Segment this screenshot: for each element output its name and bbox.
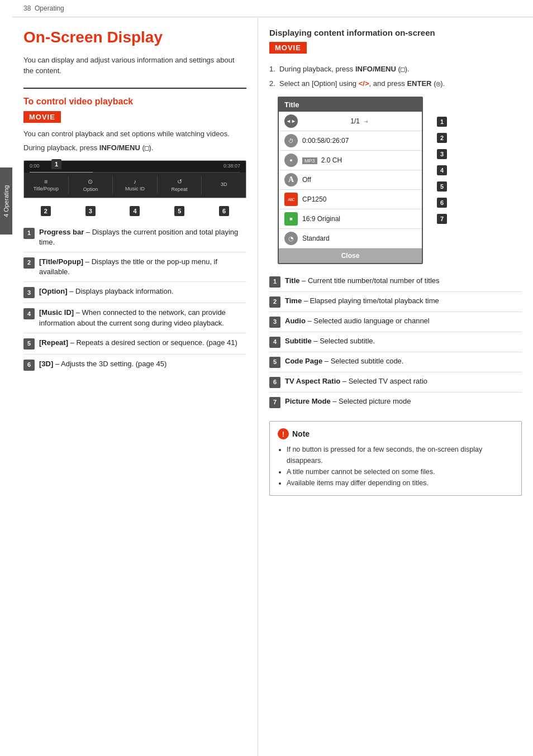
repeat-btn[interactable]: ↺ Repeat [158, 176, 202, 194]
time-left: 0:00 [30, 163, 40, 169]
note-title: Note [292, 429, 310, 438]
info-num-2: 2 [269, 296, 280, 308]
diagram-num-3: 3 [85, 206, 96, 216]
left-section-text-2: During playback, press INFO/MENU (□). [23, 142, 246, 154]
3d-btn[interactable]: 3D [202, 179, 246, 190]
popup-row-7: ◔ Standard [279, 229, 422, 248]
left-column: On-Screen Display You can display and ad… [12, 17, 258, 756]
left-section-text-1: You can control playback and set options… [23, 128, 246, 140]
info-item-6: 6 TV Aspect Ratio – Selected TV aspect r… [269, 372, 522, 393]
feature-item-4: 4 [Music ID] – When connected to the net… [23, 303, 246, 333]
feature-num-3: 3 [23, 287, 35, 298]
feature-num-2: 2 [23, 257, 35, 269]
note-header: ! Note [278, 428, 513, 439]
popup-header: Title [279, 98, 422, 112]
feature-item-5: 5 [Repeat] – Repeats a desired section o… [23, 333, 246, 355]
info-item-5: 5 Code Page – Selected subtitle code. [269, 352, 522, 372]
info-item-4: 4 Subtitle – Selected subtitle. [269, 332, 522, 352]
popup-mockup: Title ◄► 1/1 ➜ ⏱ 0:00:58/0:26:07 ● MP3 2… [278, 97, 423, 264]
info-item-7: 7 Picture Mode – Selected picture mode [269, 393, 522, 412]
feature-num-4: 4 [23, 308, 35, 319]
side-operating-tab: 4 Operating [0, 168, 12, 235]
feature-item-3: 3 [Option] – Displays playback informati… [23, 282, 246, 303]
music-id-btn[interactable]: ♪ Music ID [113, 176, 158, 194]
popup-callout-7: 7 [437, 214, 447, 224]
movie-badge-left: MOVIE [23, 111, 61, 123]
diagram-num-2: 2 [41, 206, 51, 216]
popup-callout-6: 6 [437, 198, 447, 208]
feature-num-1: 1 [23, 228, 35, 239]
option-btn[interactable]: ⊙ Option [69, 176, 113, 194]
feature-item-1: 1 Progress bar – Displays the current po… [23, 223, 246, 252]
intro-text: You can display and adjust various infor… [23, 55, 246, 76]
popup-callout-1: 1 [437, 117, 447, 127]
popup-row-6: ■ 16:9 Original [279, 209, 422, 229]
note-list: If no button is pressed for a few second… [278, 444, 513, 489]
time-right: 0:38:07 [223, 163, 240, 169]
diagram-num-6: 6 [219, 206, 229, 216]
feature-list: 1 Progress bar – Displays the current po… [23, 223, 246, 375]
popup-callout-5: 5 [437, 181, 447, 192]
right-section-heading: Displaying content information on-screen [269, 28, 522, 37]
info-list: 1 Title – Current title number/total num… [269, 272, 522, 412]
info-item-3: 3 Audio – Selected audio language or cha… [269, 312, 522, 332]
right-step-1: 1. During playback, press INFO/MENU (□). [269, 64, 522, 75]
info-num-1: 1 [269, 276, 280, 288]
info-item-2: 2 Time – Elapsed playing time/total play… [269, 292, 522, 312]
info-num-7: 7 [269, 397, 280, 408]
divider [23, 88, 246, 89]
movie-badge-right: MOVIE [269, 42, 307, 54]
popup-callout-4: 4 [437, 165, 447, 175]
feature-item-6: 6 [3D] – Adjusts the 3D setting. (page 4… [23, 355, 246, 375]
info-item-1: 1 Title – Current title number/total num… [269, 272, 522, 292]
right-step-2: 2. Select an [Option] using </>, and pre… [269, 78, 522, 89]
feature-item-2: 2 [Title/Popup] – Displays the title or … [23, 252, 246, 282]
note-box: ! Note If no button is pressed for a few… [269, 421, 522, 496]
feature-num-6: 6 [23, 360, 35, 371]
popup-row-1: ◄► 1/1 ➜ [279, 112, 422, 131]
info-num-3: 3 [269, 317, 280, 328]
popup-row-4: A Off [279, 170, 422, 190]
main-title: On-Screen Display [23, 28, 246, 47]
popup-row-2: ⏱ 0:00:58/0:26:07 [279, 131, 422, 151]
popup-row-3: ● MP3 2.0 CH [279, 151, 422, 170]
diagram-num-5: 5 [174, 206, 184, 216]
note-item-2: A title number cannot be selected on som… [287, 466, 513, 477]
popup-callout-3: 3 [437, 149, 447, 159]
feature-num-5: 5 [23, 338, 35, 350]
right-column: Displaying content information on-screen… [258, 17, 533, 756]
page-number-bar: 38 Operating [12, 0, 533, 17]
note-item-3: Available items may differ depending on … [287, 477, 513, 489]
popup-close[interactable]: Close [279, 248, 422, 263]
info-num-6: 6 [269, 377, 280, 388]
diagram-num-4: 4 [130, 206, 140, 216]
note-icon: ! [278, 428, 289, 439]
title-popup-btn[interactable]: ≡ Title/Popup [24, 176, 69, 194]
callout-1: 1 [51, 159, 61, 169]
playback-controls: ≡ Title/Popup ⊙ Option ♪ Music ID ↺ Repe… [24, 173, 246, 198]
popup-row-5: ABC CP1250 [279, 190, 422, 209]
info-num-4: 4 [269, 337, 280, 348]
left-section-heading: To control video playback [23, 97, 246, 107]
info-num-5: 5 [269, 357, 280, 368]
note-item-1: If no button is pressed for a few second… [287, 444, 513, 466]
popup-callout-2: 2 [437, 133, 447, 143]
